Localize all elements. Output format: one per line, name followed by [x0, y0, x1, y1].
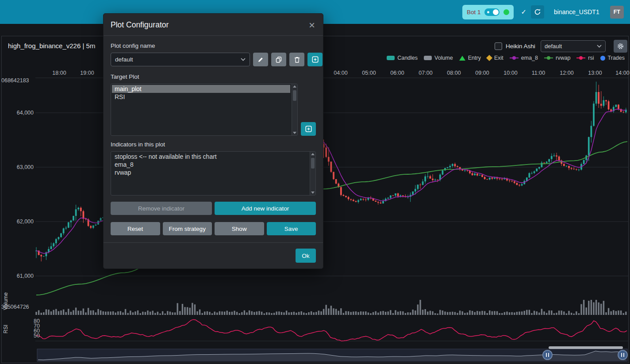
- modal-footer: Ok: [104, 242, 323, 268]
- legend-item-rvwap[interactable]: rvwap: [544, 55, 570, 61]
- target-plot-item[interactable]: main_plot: [112, 85, 290, 93]
- add-target-plot-button[interactable]: [301, 122, 316, 136]
- modal-title: Plot Configurator: [111, 20, 169, 30]
- bot-selector[interactable]: Bot 1: [462, 5, 514, 19]
- trash-icon: [294, 57, 300, 63]
- scroll-down-icon[interactable]: [293, 132, 296, 134]
- reload-button[interactable]: [531, 5, 544, 19]
- plot-config-name-label: Plot config name: [111, 42, 316, 49]
- scrollbar-thumb[interactable]: [293, 90, 296, 101]
- plot-config-select-value: default: [115, 56, 133, 63]
- bot-online-indicator: [503, 9, 509, 15]
- indicators-label: Indicators in this plot: [111, 141, 316, 148]
- indicator-item[interactable]: rvwap: [112, 169, 308, 176]
- indicator-item[interactable]: stoploss <-- not available in this chart: [112, 153, 308, 161]
- scroll-up-icon[interactable]: [311, 153, 315, 155]
- from-strategy-button[interactable]: From strategy: [163, 222, 212, 235]
- duplicate-config-button[interactable]: [271, 53, 286, 66]
- add-square-icon: [312, 56, 319, 63]
- legend-item-entry[interactable]: Entry: [459, 55, 481, 61]
- show-button[interactable]: Show: [215, 222, 264, 235]
- legend-label: Exit: [494, 55, 503, 61]
- bot-toggle[interactable]: [484, 8, 499, 16]
- save-button[interactable]: Save: [267, 222, 316, 235]
- legend-item-volume[interactable]: Volume: [424, 55, 453, 61]
- target-plot-item[interactable]: RSI: [112, 93, 290, 101]
- trades-circle-icon: [600, 56, 605, 61]
- add-indicator-button[interactable]: Add new indicator: [215, 202, 316, 215]
- chevron-down-icon: [597, 45, 602, 48]
- volume-swatch-icon: [424, 56, 432, 60]
- gear-icon: [617, 42, 624, 50]
- delete-config-button[interactable]: [289, 53, 304, 66]
- plot-config-dropdown-value: default: [545, 43, 562, 50]
- scroll-down-icon[interactable]: [311, 192, 315, 194]
- close-icon[interactable]: ×: [309, 21, 315, 30]
- indicator-list[interactable]: stoploss <-- not available in this chart…: [111, 151, 316, 195]
- chevron-down-icon: [241, 58, 246, 61]
- pair-label: binance_USDT1: [554, 8, 599, 15]
- list-scrollbar[interactable]: [292, 84, 297, 135]
- strategy-title: high_frog_binance_v226 | 5m: [8, 42, 95, 50]
- target-plot-list[interactable]: main_plotRSI: [111, 84, 298, 136]
- legend-item-exit[interactable]: Exit: [487, 55, 503, 61]
- plot-configurator-modal: Plot Configurator × Plot config name def…: [103, 13, 323, 269]
- scroll-up-icon[interactable]: [293, 85, 296, 88]
- ok-button[interactable]: Ok: [296, 249, 316, 263]
- legend-item-candles[interactable]: Candles: [387, 55, 418, 61]
- indicator-item[interactable]: ema_8: [112, 161, 308, 169]
- legend-label: rvwap: [556, 55, 570, 61]
- copy-icon: [276, 57, 282, 63]
- target-plot-label: Target Plot: [111, 73, 316, 80]
- heikin-ashi-label: Heikin Ashi: [506, 43, 535, 50]
- chart-legend: CandlesVolumeEntryExitema_8rvwaprsiTrade…: [387, 55, 625, 61]
- check-icon: ✓: [521, 8, 526, 16]
- plot-config-dropdown[interactable]: default: [541, 40, 606, 52]
- legend-label: Trades: [608, 55, 625, 61]
- exit-diamond-icon: [486, 55, 492, 61]
- chart-settings-button[interactable]: [614, 40, 627, 53]
- toggle-dot-icon: [487, 11, 489, 13]
- legend-label: rsi: [588, 55, 594, 61]
- modal-body: Plot config name default: [104, 36, 323, 242]
- ema8-line-icon: [510, 57, 519, 58]
- modal-header: Plot Configurator ×: [104, 14, 323, 36]
- rename-config-button[interactable]: [253, 53, 268, 66]
- reset-button[interactable]: Reset: [111, 222, 160, 235]
- heikin-ashi-control[interactable]: Heikin Ashi: [495, 42, 535, 50]
- candles-swatch-icon: [387, 56, 395, 60]
- scrollbar-thumb[interactable]: [311, 158, 315, 169]
- legend-label: Volume: [434, 55, 453, 61]
- pause-icon: [546, 353, 547, 357]
- toggle-knob: [493, 9, 499, 15]
- navigator-right-handle[interactable]: [618, 350, 628, 360]
- legend-label: Entry: [468, 55, 481, 61]
- legend-item-ema_8[interactable]: ema_8: [510, 55, 538, 61]
- add-config-button[interactable]: [307, 53, 323, 66]
- legend-item-trades[interactable]: Trades: [600, 55, 625, 61]
- rsi-line-icon: [576, 57, 585, 58]
- refresh-icon: [534, 8, 541, 15]
- heikin-ashi-checkbox[interactable]: [495, 42, 502, 50]
- add-square-icon: [305, 126, 312, 132]
- pause-icon: [621, 353, 622, 357]
- horizontal-scrollbar[interactable]: [549, 346, 623, 349]
- legend-item-rsi[interactable]: rsi: [576, 55, 594, 61]
- bot-name-label: Bot 1: [467, 9, 481, 15]
- rvwap-line-icon: [544, 57, 553, 58]
- remove-indicator-button[interactable]: Remove indicator: [111, 202, 212, 215]
- legend-label: Candles: [397, 55, 418, 61]
- ft-logo-button[interactable]: FT: [610, 6, 624, 19]
- navigator-left-handle[interactable]: [542, 350, 553, 360]
- entry-triangle-icon: [459, 56, 465, 61]
- plot-config-select[interactable]: default: [111, 53, 250, 66]
- pencil-icon: [257, 57, 264, 63]
- legend-label: ema_8: [521, 55, 538, 61]
- list-scrollbar[interactable]: [310, 152, 315, 195]
